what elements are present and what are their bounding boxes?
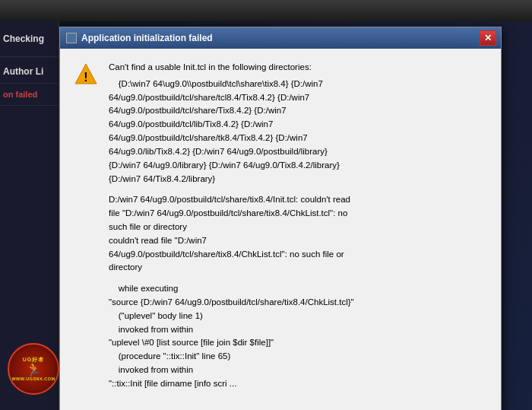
dialog-window: Application initialization failed ✕ ! Ca… xyxy=(59,27,502,410)
sidebar-item-checking: Checking xyxy=(0,21,59,57)
dialog-body: ! Can't find a usable Init.tcl in the fo… xyxy=(60,49,501,410)
sidebar-item-author: Author Li xyxy=(0,57,59,84)
sidebar-failed-label: on failed xyxy=(3,90,37,99)
taskbar xyxy=(0,0,532,21)
watermark-bottom-text: WWW.UGSNX.COM xyxy=(11,377,55,381)
watermark-circle: UG好者 🏃 WWW.UGSNX.COM xyxy=(8,343,59,395)
dialog-msg-error1: D:/win7 64/ug9.0/postbuild/tcl/share/tix… xyxy=(109,193,487,275)
dialog-title-left: Application initialization failed xyxy=(66,33,213,43)
dialog-msg-line-0: Can't find a usable Init.tcl in the foll… xyxy=(109,61,487,75)
watermark-figure-icon: 🏃 xyxy=(25,363,42,377)
dialog-app-icon xyxy=(66,33,77,43)
sidebar-item-failed: on failed xyxy=(0,84,59,106)
svg-text:!: ! xyxy=(84,71,87,84)
sidebar-checking-label: Checking xyxy=(3,33,44,44)
dialog-msg-dirs: {D:\win7 64\ug9.0\\postbuild\tcl\share\t… xyxy=(109,78,487,186)
dialog-message-content: Can't find a usable Init.tcl in the foll… xyxy=(109,61,487,400)
dialog-title-text: Application initialization failed xyxy=(81,33,213,43)
dialog-close-button[interactable]: ✕ xyxy=(480,30,496,46)
warning-icon: ! xyxy=(74,62,98,87)
dialog-msg-while: while executing "source {D:/win7 64/ug9.… xyxy=(109,282,487,391)
sidebar-author-label: Author Li xyxy=(3,66,43,77)
dialog-titlebar: Application initialization failed ✕ xyxy=(60,27,501,49)
watermark: UG好者 🏃 WWW.UGSNX.COM xyxy=(8,343,59,395)
